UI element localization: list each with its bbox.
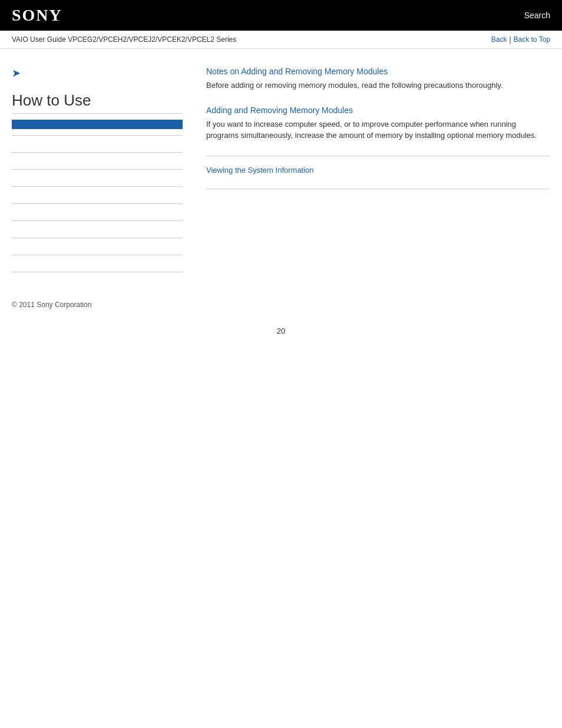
content-area: ➤ How to Use Notes on A (0, 49, 562, 289)
sidebar-arrow-icon[interactable]: ➤ (12, 67, 183, 80)
main-content: Notes on Adding and Removing Memory Modu… (194, 61, 550, 277)
content-bottom-divider (206, 189, 550, 189)
adding-removing-description: If you want to increase computer speed, … (206, 118, 550, 141)
nav-separator: | (509, 35, 511, 44)
sidebar-divider-1 (12, 135, 183, 136)
sidebar-divider-8 (12, 255, 183, 255)
nav-bar: VAIO User Guide VPCEG2/VPCEH2/VPCEJ2/VPC… (0, 31, 562, 49)
content-divider (206, 156, 550, 156)
search-button[interactable]: Search (524, 11, 550, 20)
sidebar-item-5[interactable] (12, 209, 183, 216)
sidebar-divider-6 (12, 220, 183, 221)
section-adding-removing: Adding and Removing Memory Modules If yo… (206, 106, 550, 141)
sidebar-divider-3 (12, 169, 183, 170)
sidebar: ➤ How to Use (12, 61, 194, 277)
sidebar-divider-2 (12, 152, 183, 153)
notes-description: Before adding or removing memory modules… (206, 80, 550, 91)
sidebar-divider-4 (12, 186, 183, 187)
sidebar-title: How to Use (12, 91, 183, 114)
viewing-title-link[interactable]: Viewing the System Information (206, 166, 550, 174)
sidebar-divider-5 (12, 203, 183, 204)
sidebar-item-8[interactable] (12, 260, 183, 267)
sidebar-item-1[interactable] (12, 140, 183, 147)
guide-title: VAIO User Guide VPCEG2/VPCEH2/VPCEJ2/VPC… (12, 35, 236, 44)
page-number: 20 (0, 321, 562, 341)
sidebar-divider-7 (12, 238, 183, 238)
back-to-top-link[interactable]: Back to Top (514, 35, 550, 44)
sidebar-item-3[interactable] (12, 174, 183, 182)
sony-logo: SONY (12, 6, 62, 25)
adding-removing-title-link[interactable]: Adding and Removing Memory Modules (206, 106, 550, 115)
copyright-text: © 2011 Sony Corporation (12, 301, 92, 309)
sidebar-item-4[interactable] (12, 192, 183, 199)
sidebar-divider-9 (12, 272, 183, 272)
back-link[interactable]: Back (491, 35, 507, 44)
notes-title-link[interactable]: Notes on Adding and Removing Memory Modu… (206, 67, 550, 76)
nav-links: Back | Back to Top (491, 35, 550, 44)
section-viewing: Viewing the System Information (206, 166, 550, 174)
sidebar-item-7[interactable] (12, 243, 183, 250)
section-notes: Notes on Adding and Removing Memory Modu… (206, 67, 550, 91)
sidebar-active-item[interactable] (12, 120, 183, 129)
footer: © 2011 Sony Corporation (0, 289, 562, 321)
sidebar-item-2[interactable] (12, 157, 183, 164)
sidebar-item-6[interactable] (12, 226, 183, 233)
sidebar-dividers (12, 135, 183, 272)
page-header: SONY Search (0, 0, 562, 31)
